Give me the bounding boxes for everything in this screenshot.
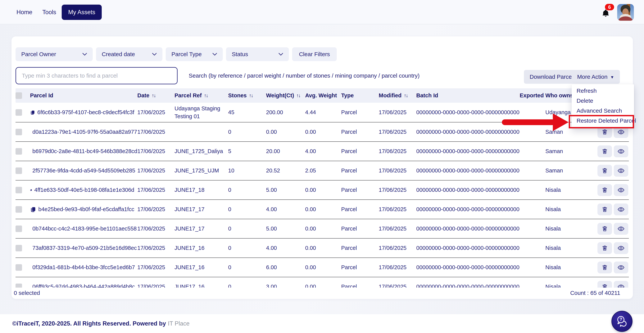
view-parcel-button[interactable] [614,165,628,177]
stones-value: 45 [228,109,266,116]
col-type: Type [341,92,379,99]
sort-icon[interactable]: ↑↓ [204,92,208,98]
row-checkbox[interactable] [16,109,22,116]
copy-id-icon[interactable] [30,206,36,213]
date-value: 17/06/2025 [137,148,174,154]
date-value: 17/06/2025 [137,264,174,270]
svg-text:?: ? [620,317,622,322]
type-value: Parcel [341,129,379,135]
delete-parcel-button[interactable] [598,146,612,157]
copy-id-icon[interactable] [30,186,32,194]
modified-value: 17/06/2025 [379,226,416,232]
help-chat-button[interactable]: ? [612,311,632,332]
view-parcel-button[interactable] [614,146,628,157]
search-hint-text: Search (by reference / parcel weight / n… [189,67,420,84]
stones-value: 0 [228,206,266,212]
delete-parcel-button[interactable] [598,204,612,215]
filter-parcel-type-label: Parcel Type [172,51,202,58]
date-value: 17/06/2025 [137,187,174,193]
table-row: 0b744bcc-c4c2-4183-995e-be1101aec558 17/… [16,219,629,238]
col-date: Date↑↓ [137,92,174,99]
row-checkbox[interactable] [16,245,22,252]
menu-item-delete[interactable]: Delete [572,96,634,106]
result-count: Count : 65 of 40211 [570,290,620,296]
row-checkbox[interactable] [16,284,22,288]
row-checkbox[interactable] [16,148,22,154]
col-stones: Stones↑↓ [228,92,266,99]
delete-parcel-button[interactable] [598,165,612,177]
delete-parcel-button[interactable] [598,262,612,274]
delete-parcel-button[interactable] [598,281,612,288]
trash-icon [602,167,608,174]
parcel-ref-value: JUNE17_17 [174,225,228,232]
view-parcel-button[interactable] [614,184,628,196]
row-checkbox[interactable] [16,187,22,193]
modified-value: 17/06/2025 [379,168,416,174]
view-parcel-button[interactable] [614,262,628,274]
weight-value: 3.00 [266,284,305,288]
parcel-search-input[interactable] [16,67,178,84]
annotation-arrow [502,119,556,125]
weight-value: 20.52 [266,168,305,174]
weight-value: 6.00 [266,264,305,270]
menu-item-refresh[interactable]: Refresh [572,86,634,96]
parcel-ref-value: JUNE_1725_UJM [174,167,228,174]
col-avg-weight: Avg. Weight [305,92,341,99]
weight-value: 0.00 [266,129,305,135]
nav-item-my-assets[interactable]: My Assets [62,4,102,20]
sort-icon[interactable]: ↑↓ [249,92,253,98]
copy-id-icon[interactable] [30,109,35,116]
view-parcel-button[interactable] [614,242,628,254]
col-parcel-id: Parcel Id [30,92,137,99]
avg-weight-value: 0.00 [305,264,341,270]
eye-icon [617,226,625,232]
nav-item-tools[interactable]: Tools [42,0,56,24]
type-value: Parcel [341,187,379,193]
more-action-button[interactable]: More Action ▼ [572,70,620,84]
table-row: b4e25bed-9e93-4b0f-9faf-e5cdaffa1fcc 17/… [16,200,629,219]
copyright-text: ©iTraceiT, 2020-2025. All Rights Reserve… [12,314,190,333]
menu-item-advanced-search[interactable]: Advanced Search [572,106,634,116]
table-row: b6979d0c-2a8e-4811-bc49-546b388e28cd 17/… [16,142,629,161]
row-checkbox[interactable] [16,206,22,213]
chevron-down-icon [82,53,87,56]
stones-value: 0 [228,284,266,288]
filter-status[interactable]: Status [226,47,289,61]
view-parcel-button[interactable] [614,204,628,215]
row-checkbox[interactable] [16,264,22,271]
avg-weight-value: 0.00 [305,226,341,232]
it-place-link[interactable]: IT Place [168,320,190,327]
select-all-checkbox[interactable] [16,92,22,99]
view-parcel-button[interactable] [614,223,628,235]
sort-icon[interactable]: ↑↓ [404,92,408,98]
col-exported: Exported [520,92,545,99]
row-checkbox[interactable] [16,168,22,174]
batch-id-value: 00000000-0000-0000-0000-000000000000 [416,226,520,232]
parcel-id-value: 2f57736e-9fda-4cdd-a549-54d5509eb285 [32,168,135,174]
page-footer: ©iTraceiT, 2020-2025. All Rights Reserve… [0,314,644,333]
user-avatar[interactable] [617,4,634,21]
sort-icon[interactable]: ↑↓ [152,92,156,98]
filter-parcel-owner[interactable]: Parcel Owner [16,47,93,61]
row-checkbox[interactable] [16,226,22,232]
trash-icon [602,225,608,232]
modified-value: 17/06/2025 [379,245,416,251]
avg-weight-value: 4.00 [305,148,341,154]
stones-value: 10 [228,168,266,174]
view-parcel-button[interactable] [614,281,628,288]
clear-filters-button[interactable]: Clear Filters [292,47,337,61]
filter-created-date[interactable]: Created date [96,47,162,61]
sort-icon[interactable]: ↑↓ [296,92,300,98]
parcel-id-value: 0f329da1-681b-4b44-b3be-3fcc5e1ed6b7 [32,264,135,270]
row-checkbox[interactable] [16,129,22,135]
filter-status-label: Status [232,51,248,58]
notification-count-badge: 6 [605,4,614,10]
delete-parcel-button[interactable] [598,242,612,254]
delete-parcel-button[interactable] [598,184,612,196]
nav-item-home[interactable]: Home [16,0,32,24]
type-value: Parcel [341,168,379,174]
owner-value: Nisala [545,187,597,193]
delete-parcel-button[interactable] [598,223,612,235]
filter-parcel-type[interactable]: Parcel Type [166,47,223,61]
modified-value: 17/06/2025 [379,284,416,288]
